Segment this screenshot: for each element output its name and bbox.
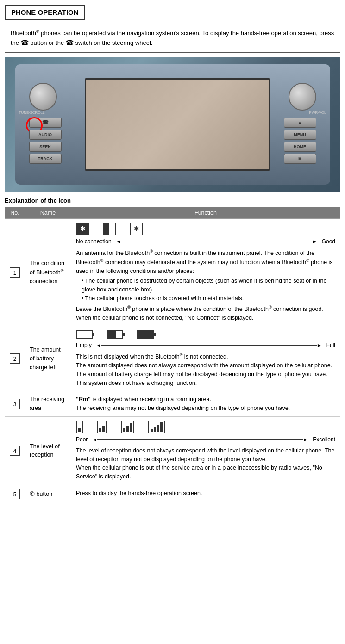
row-number: 5 <box>5 485 25 503</box>
row-name: The amount of battery charge left <box>25 326 71 391</box>
col-header-no: No. <box>5 207 25 218</box>
row-number: 1 <box>5 218 25 326</box>
page-title: PHONE OPERATION <box>5 5 85 20</box>
table-row: 3 The receiving area "Rm" is displayed w… <box>5 391 340 417</box>
col-header-function: Function <box>71 207 340 218</box>
row-name: The receiving area <box>25 391 71 417</box>
row-function: Press to display the hands-free operatio… <box>71 485 340 503</box>
row-name: ✆ button <box>25 485 71 503</box>
row-function: "Rm" is displayed when receiving in a ro… <box>71 391 340 417</box>
car-image-container: TUNE·SCROLL PWR·VOL ☎ AUDIO SEEK TRACK ▲… <box>5 57 340 192</box>
row-number: 2 <box>5 326 25 391</box>
row-function: Poor ◄ ► Excellent The level of receptio… <box>71 416 340 485</box>
row-number: 4 <box>5 416 25 485</box>
row-name: The condition of Bluetooth® con­nection <box>25 218 71 326</box>
row-function: ✱ ✱ <box>71 218 340 326</box>
table-row: 1 The condition of Bluetooth® con­nectio… <box>5 218 340 326</box>
icon-table: No. Name Function 1 The condition of Blu… <box>5 207 340 503</box>
row-number: 3 <box>5 391 25 417</box>
section-label: Explanation of the icon <box>5 197 340 204</box>
col-header-name: Name <box>25 207 71 218</box>
intro-box: Bluetooth® phones can be operated via th… <box>5 24 340 53</box>
table-row: 2 The amount of battery charge left <box>5 326 340 391</box>
table-row: 4 The level of re­ception <box>5 416 340 485</box>
row-name: The level of re­ception <box>25 416 71 485</box>
row-function: Empty ◄ ► Full This is not displayed whe… <box>71 326 340 391</box>
table-row: 5 ✆ button Press to display the hands-fr… <box>5 485 340 503</box>
